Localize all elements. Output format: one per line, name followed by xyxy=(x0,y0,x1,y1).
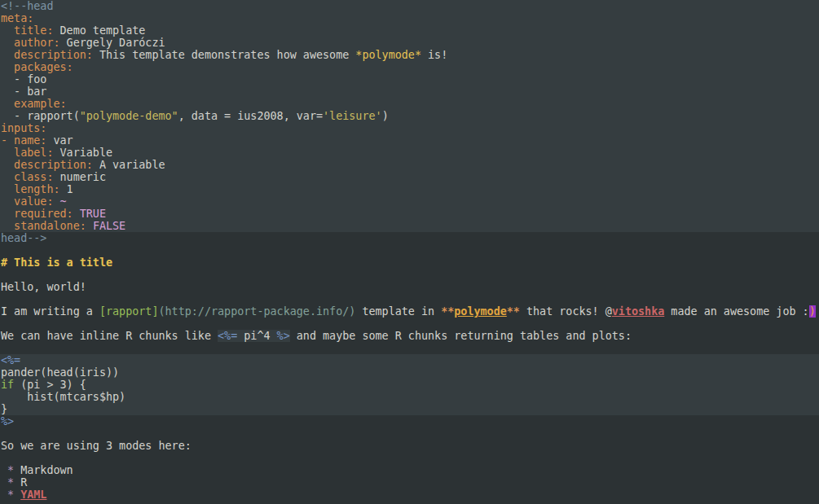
code-line[interactable]: class: numeric xyxy=(0,171,819,183)
code-token: *polymode* xyxy=(355,49,421,61)
code-token: length: xyxy=(1,183,60,195)
code-line[interactable] xyxy=(0,318,819,330)
code-token: - foo xyxy=(1,73,46,85)
list-bullet: * xyxy=(7,476,14,489)
code-token xyxy=(1,476,7,489)
code-token: example: xyxy=(1,98,67,110)
code-line[interactable]: label: Variable xyxy=(0,147,819,159)
code-token xyxy=(14,489,20,501)
code-line[interactable]: author: Gergely Daróczi xyxy=(0,37,819,49)
cursor: ) xyxy=(809,305,816,318)
code-line[interactable]: <%= xyxy=(0,354,819,366)
code-token: made an awesome job : xyxy=(664,305,808,318)
code-token xyxy=(86,220,93,232)
code-token: So we are using 3 modes here: xyxy=(1,440,192,452)
code-line[interactable]: length: 1 xyxy=(0,183,819,195)
code-token: hist(mtcars$hp) xyxy=(1,391,125,403)
markdown-heading: # This is a title xyxy=(1,256,112,269)
code-line[interactable] xyxy=(0,342,819,354)
code-line[interactable]: Hello, world! xyxy=(0,281,819,293)
code-token: pi^4 xyxy=(237,330,276,342)
code-line[interactable]: - bar xyxy=(0,85,819,98)
code-token xyxy=(1,464,7,476)
code-line[interactable]: * Markdown xyxy=(0,464,819,476)
polymode-link[interactable]: polymode xyxy=(454,305,507,318)
code-token: and maybe some R chunks returning tables… xyxy=(290,330,632,342)
code-line[interactable]: example: xyxy=(0,98,819,110)
code-line[interactable]: pander(head(iris)) xyxy=(0,366,819,379)
code-line[interactable]: # This is a title xyxy=(0,256,819,269)
code-token: , data = ius2008, var= xyxy=(178,110,323,122)
code-line[interactable]: hist(mtcars$hp) xyxy=(0,391,819,403)
code-token: description: xyxy=(1,159,93,171)
code-line[interactable]: description: A variable xyxy=(0,159,819,171)
code-line[interactable]: description: This template demonstrates … xyxy=(0,49,819,61)
code-line[interactable]: We can have inline R chunks like <%= pi^… xyxy=(0,330,819,342)
code-token: This template demonstrates how awesome xyxy=(93,49,355,61)
code-line[interactable]: - rapport("polymode-demo", data = ius200… xyxy=(0,110,819,122)
code-line[interactable] xyxy=(0,269,819,281)
code-token: 'leisure' xyxy=(323,110,382,122)
code-line[interactable]: inputs: xyxy=(0,122,819,134)
code-line[interactable]: <!--head xyxy=(0,0,819,12)
code-token: A variable xyxy=(93,159,165,171)
code-line[interactable] xyxy=(0,244,819,256)
list-bullet: * xyxy=(7,464,14,476)
code-token xyxy=(1,489,7,501)
code-line[interactable] xyxy=(0,452,819,464)
code-token: ** xyxy=(441,305,454,318)
rapport-link[interactable]: [rapport] xyxy=(99,305,159,318)
editor[interactable]: <!--headmeta: title: Demo template autho… xyxy=(0,0,819,504)
code-token: numeric xyxy=(54,171,107,183)
code-token: is! xyxy=(421,49,447,61)
code-line[interactable]: - foo xyxy=(0,73,819,85)
code-line[interactable]: } xyxy=(0,403,819,415)
code-line[interactable] xyxy=(0,427,819,440)
inline-chunk-open: <%= xyxy=(218,330,237,342)
code-token: TRUE xyxy=(80,208,106,220)
head-close-marker: head--> xyxy=(1,232,46,244)
code-token: R xyxy=(14,476,27,489)
code-token: FALSE xyxy=(93,220,125,232)
code-token: inputs: xyxy=(1,122,46,134)
code-line[interactable] xyxy=(0,293,819,305)
head-open-marker: <!--head xyxy=(1,0,54,12)
code-token: value: xyxy=(1,195,54,208)
code-line[interactable]: * R xyxy=(0,476,819,489)
code-token: that rocks! @ xyxy=(520,305,612,318)
rapport-url[interactable]: (http://rapport-package.info/) xyxy=(159,305,356,318)
code-line[interactable]: required: TRUE xyxy=(0,208,819,220)
code-line[interactable]: standalone: FALSE xyxy=(0,220,819,232)
code-token: - rapport( xyxy=(1,110,80,122)
code-token: template in xyxy=(355,305,441,318)
code-line[interactable]: I am writing a [rapport](http://rapport-… xyxy=(0,305,819,318)
code-token: var xyxy=(46,134,73,147)
code-line[interactable]: title: Demo template xyxy=(0,24,819,37)
inline-chunk-close: %> xyxy=(277,330,290,342)
code-line[interactable]: value: ~ xyxy=(0,195,819,208)
code-line[interactable]: * YAML xyxy=(0,489,819,501)
code-line[interactable]: packages: xyxy=(0,61,819,73)
code-token: author: xyxy=(1,37,60,49)
code-line[interactable]: if (pi > 3) { xyxy=(0,379,819,391)
code-line[interactable]: meta: xyxy=(0,12,819,24)
code-line[interactable]: head--> xyxy=(0,232,819,244)
chunk-close-marker: %> xyxy=(1,415,14,427)
code-token: - bar xyxy=(1,85,46,98)
code-token: (pi > 3) { xyxy=(14,379,86,391)
code-token: required: xyxy=(1,208,73,220)
vitoshka-link[interactable]: vitoshka xyxy=(612,305,665,318)
code-line[interactable]: - name: var xyxy=(0,134,819,147)
chunk-open-marker: <%= xyxy=(1,354,20,366)
code-token: Hello, world! xyxy=(1,281,86,293)
code-token xyxy=(73,208,80,220)
code-token xyxy=(54,195,60,208)
code-line[interactable]: %> xyxy=(0,415,819,427)
code-token: label: xyxy=(1,147,54,159)
code-token: title: xyxy=(1,24,54,37)
code-token: Demo template xyxy=(54,24,146,37)
yaml-link[interactable]: YAML xyxy=(20,489,46,501)
code-line[interactable]: So we are using 3 modes here: xyxy=(0,440,819,452)
list-bullet: * xyxy=(7,489,14,501)
code-token: pander(head(iris)) xyxy=(1,366,119,379)
